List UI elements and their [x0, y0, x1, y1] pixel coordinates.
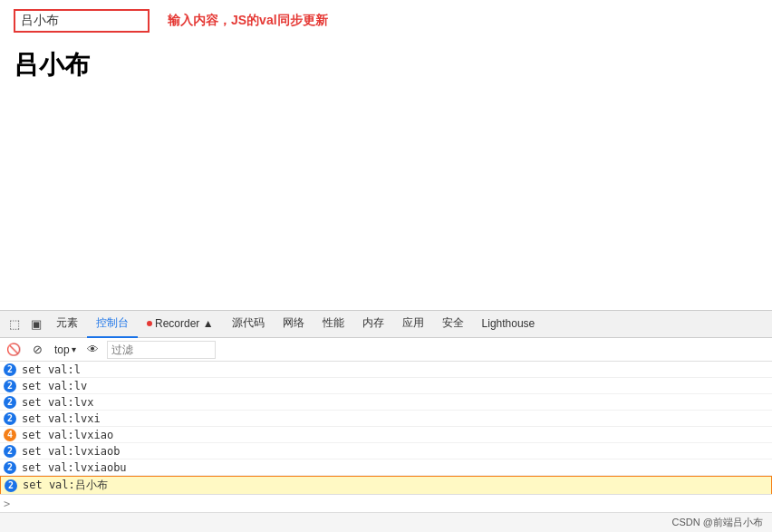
tab-console[interactable]: 控制台	[87, 311, 138, 338]
tab-recorder[interactable]: Recorder ▲	[138, 311, 223, 338]
main-content: 输入内容，JS的val同步更新 吕小布	[0, 0, 772, 310]
log-text: set val:lv	[22, 380, 87, 392]
name-input[interactable]	[14, 9, 150, 33]
console-logs: 2 set val:l 2 set val:lv 2 set val:lvx 2…	[0, 362, 772, 494]
log-row: 2 set val:lvxiaob	[0, 443, 772, 459]
chevron-down-icon: ▾	[72, 344, 76, 354]
tab-sources[interactable]: 源代码	[223, 311, 274, 338]
tab-performance[interactable]: 性能	[314, 311, 353, 338]
log-text: set val:lvxiaob	[22, 445, 120, 458]
log-row: 2 set val:lv	[0, 378, 772, 394]
status-bar-text: CSDN @前端吕小布	[672, 516, 763, 529]
log-row: 2 set val:lvxi	[0, 411, 772, 427]
devtools-tabbar: ⬚ ▣ 元素 控制台 Recorder ▲ 源代码 网络 性能 内存 应用 安全…	[0, 311, 772, 338]
log-text: set val:l	[22, 363, 81, 376]
status-bar: CSDN @前端吕小布	[0, 512, 772, 532]
top-row: 输入内容，JS的val同步更新	[14, 9, 758, 33]
log-row-highlighted: 2 set val:吕小布	[0, 476, 772, 494]
log-row: 2 set val:lvxiaobu	[0, 459, 772, 476]
tab-application[interactable]: 应用	[393, 311, 433, 338]
log-row: 4 set val:lvxiao	[0, 427, 772, 443]
filter-toggle-button[interactable]: ⊘	[27, 340, 47, 360]
log-text: set val:lvxi	[22, 412, 101, 425]
tab-lighthouse[interactable]: Lighthouse	[473, 311, 545, 338]
tab-network[interactable]: 网络	[274, 311, 314, 338]
tab-memory[interactable]: 内存	[353, 311, 393, 338]
log-row: 2 set val:lvx	[0, 394, 772, 411]
console-toolbar: 🚫 ⊘ top ▾ 👁	[0, 338, 772, 362]
console-level-label: top	[54, 343, 70, 356]
rec-dot-icon	[147, 321, 152, 326]
log-badge: 2	[4, 380, 16, 392]
log-text: set val:lvxiaobu	[22, 461, 127, 474]
filter-input[interactable]	[107, 341, 216, 359]
clear-console-button[interactable]: 🚫	[4, 340, 24, 360]
log-text: set val:lvx	[22, 396, 93, 409]
log-badge: 2	[4, 445, 16, 458]
log-badge: 2	[4, 396, 16, 409]
hint-text: 输入内容，JS的val同步更新	[168, 13, 328, 29]
log-badge: 2	[4, 461, 16, 474]
device-icon[interactable]: ▣	[25, 314, 47, 335]
log-badge: 2	[5, 479, 17, 492]
console-prompt-icon: >	[4, 498, 10, 510]
tab-security[interactable]: 安全	[433, 311, 473, 338]
log-badge: 2	[4, 363, 16, 376]
console-input-row: >	[0, 494, 772, 512]
inspect-icon[interactable]: ⬚	[4, 314, 25, 335]
log-badge: 4	[4, 429, 16, 441]
display-name: 吕小布	[14, 48, 758, 82]
eye-icon[interactable]: 👁	[83, 340, 103, 360]
log-row: 2 set val:l	[0, 362, 772, 378]
devtools-panel: ⬚ ▣ 元素 控制台 Recorder ▲ 源代码 网络 性能 内存 应用 安全…	[0, 310, 772, 532]
tab-elements[interactable]: 元素	[47, 311, 87, 338]
log-text: set val:lvxiao	[22, 429, 113, 441]
log-badge: 2	[4, 412, 16, 425]
console-level-select[interactable]: top ▾	[51, 342, 80, 358]
log-text: set val:吕小布	[23, 478, 108, 493]
